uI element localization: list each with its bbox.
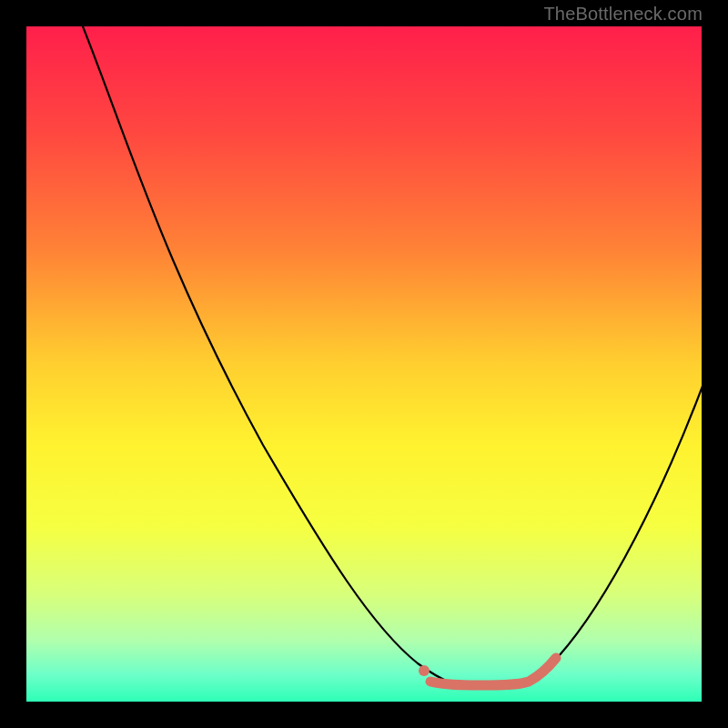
highlight-dot [419,665,430,676]
chart-frame: TheBottleneck.com [0,0,728,728]
plot-area [26,26,702,702]
watermark-text: TheBottleneck.com [543,4,703,25]
chart-svg [26,26,702,702]
